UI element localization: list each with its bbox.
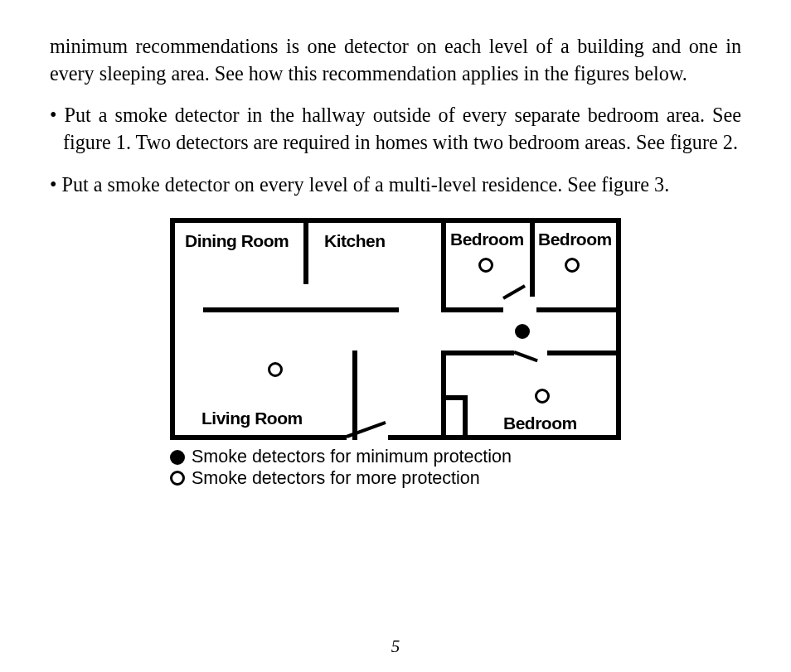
- detector-open-icon: [478, 258, 493, 273]
- wall: [170, 435, 347, 440]
- detector-open-icon: [268, 362, 283, 377]
- door-swing: [502, 285, 526, 300]
- wall: [547, 351, 621, 355]
- detector-filled-icon: [515, 324, 530, 339]
- wall: [388, 435, 621, 440]
- wall: [530, 223, 535, 297]
- wall: [441, 223, 446, 312]
- wall: [303, 223, 308, 284]
- wall: [463, 395, 468, 440]
- room-label-bedroom-br: Bedroom: [503, 413, 577, 433]
- floor-plan: Dining Room Kitchen Bedroom Bedroom Livi…: [170, 218, 621, 440]
- legend: Smoke detectors for minimum protection S…: [170, 447, 621, 489]
- bullet-item-2: • Put a smoke detector on every level of…: [50, 172, 741, 199]
- figure-wrapper: Dining Room Kitchen Bedroom Bedroom Livi…: [50, 213, 741, 489]
- room-label-dining: Dining Room: [185, 231, 289, 251]
- room-label-bedroom-tr: Bedroom: [538, 230, 612, 249]
- detector-open-icon: [535, 389, 550, 404]
- wall: [616, 218, 621, 440]
- detector-open-icon: [565, 258, 580, 273]
- wall: [441, 307, 503, 312]
- wall: [536, 307, 621, 312]
- room-label-kitchen: Kitchen: [324, 231, 386, 251]
- legend-text-more: Smoke detectors for more protection: [192, 468, 480, 489]
- wall: [170, 218, 621, 223]
- room-label-living: Living Room: [201, 409, 303, 428]
- wall: [170, 218, 175, 440]
- wall: [203, 307, 399, 312]
- legend-dot-open-icon: [170, 471, 185, 486]
- room-label-bedroom-tl: Bedroom: [450, 230, 524, 249]
- legend-text-min: Smoke detectors for minimum protection: [192, 447, 512, 467]
- door-swing: [513, 351, 538, 362]
- intro-paragraph: minimum recommendations is one detector …: [50, 33, 741, 87]
- wall: [441, 351, 514, 355]
- page-number: 5: [0, 636, 791, 657]
- wall: [352, 351, 357, 440]
- bullet-item-1: • Put a smoke detector in the hallway ou…: [50, 102, 741, 156]
- legend-dot-filled-icon: [170, 450, 185, 465]
